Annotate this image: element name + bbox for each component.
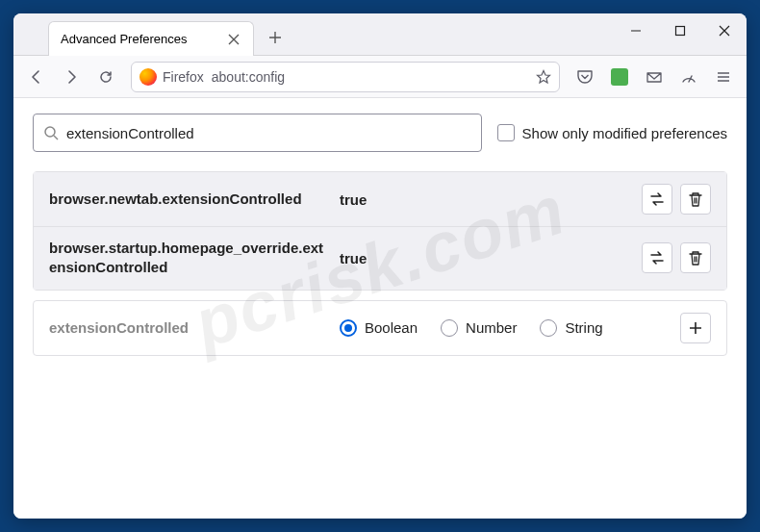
svg-rect-0	[676, 27, 685, 36]
radio-boolean[interactable]: Boolean	[340, 319, 418, 337]
prefs-table: browser.newtab.extensionControlled true …	[33, 171, 727, 291]
checkbox-icon	[497, 124, 515, 141]
reload-button[interactable]	[90, 62, 121, 92]
svg-point-1	[45, 127, 55, 137]
menu-button[interactable]	[708, 62, 739, 92]
pref-value: true	[340, 191, 630, 208]
delete-button[interactable]	[680, 242, 711, 273]
radio-label: String	[565, 319, 602, 336]
titlebar: Advanced Preferences	[13, 13, 747, 56]
add-pref-name: extensionControlled	[49, 319, 328, 336]
inbox-icon[interactable]	[639, 62, 670, 92]
browser-window: Advanced Preferences	[13, 13, 747, 519]
add-button[interactable]	[680, 313, 711, 343]
search-row: Show only modified preferences	[33, 114, 727, 152]
show-modified-checkbox[interactable]: Show only modified preferences	[497, 124, 727, 141]
search-box[interactable]	[33, 114, 482, 152]
pref-name: browser.startup.homepage_override.extens…	[49, 239, 328, 278]
radio-label: Boolean	[365, 319, 418, 336]
window-close-button[interactable]	[702, 13, 747, 48]
url-text: about:config	[212, 69, 285, 85]
forward-button[interactable]	[56, 62, 87, 92]
pref-row: browser.newtab.extensionControlled true	[34, 172, 726, 227]
identity-label: Firefox	[163, 69, 204, 85]
bookmark-star-button[interactable]	[536, 69, 551, 85]
window-maximize-button[interactable]	[658, 13, 702, 48]
delete-button[interactable]	[680, 184, 711, 215]
radio-number[interactable]: Number	[441, 319, 517, 337]
window-minimize-button[interactable]	[614, 13, 658, 48]
meter-icon[interactable]	[673, 62, 704, 92]
tab-title: Advanced Preferences	[61, 32, 188, 46]
add-pref-row: extensionControlled Boolean Number Strin…	[33, 300, 727, 356]
search-icon	[43, 125, 59, 140]
extension-icon[interactable]	[604, 62, 635, 92]
nav-toolbar: Firefox about:config	[13, 56, 747, 98]
radio-icon	[540, 319, 557, 337]
pref-row: browser.startup.homepage_override.extens…	[34, 227, 726, 290]
show-modified-label: Show only modified preferences	[522, 125, 727, 141]
browser-tab[interactable]: Advanced Preferences	[48, 21, 254, 56]
toolbar-right-icons	[570, 62, 739, 92]
firefox-icon	[139, 68, 157, 86]
radio-icon	[340, 319, 357, 337]
identity-box[interactable]: Firefox	[139, 68, 204, 86]
type-radio-group: Boolean Number String	[340, 319, 669, 337]
pref-name: browser.newtab.extensionControlled	[49, 190, 328, 209]
window-controls	[614, 13, 747, 48]
radio-string[interactable]: String	[540, 319, 602, 337]
back-button[interactable]	[21, 62, 52, 92]
url-bar[interactable]: Firefox about:config	[131, 62, 560, 92]
pocket-icon[interactable]	[570, 62, 600, 92]
radio-icon	[441, 319, 458, 337]
search-input[interactable]	[66, 125, 471, 141]
pref-value: true	[340, 250, 630, 266]
content-area: Show only modified preferences browser.n…	[13, 98, 747, 519]
radio-label: Number	[466, 319, 517, 336]
toggle-button[interactable]	[642, 242, 672, 273]
new-tab-button[interactable]	[262, 24, 289, 51]
toggle-button[interactable]	[642, 184, 672, 215]
tab-close-icon[interactable]	[226, 32, 241, 47]
